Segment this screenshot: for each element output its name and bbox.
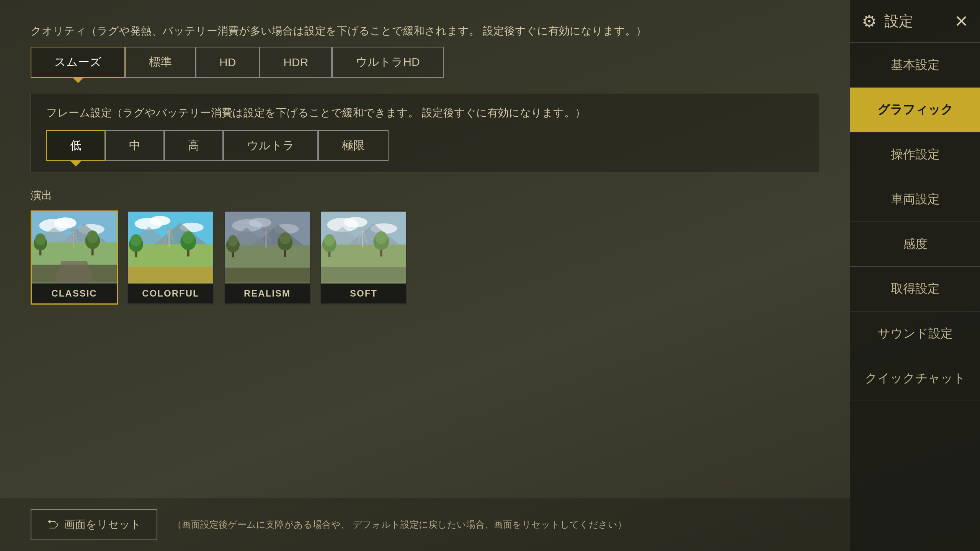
sidebar-title-group: ⚙ 設定 — [862, 11, 913, 31]
reset-icon: ⮌ — [47, 518, 58, 531]
svg-rect-50 — [265, 229, 267, 248]
frame-extreme-btn[interactable]: 極限 — [318, 130, 389, 161]
realism-card-label: REALISM — [225, 284, 310, 303]
svg-point-38 — [182, 231, 194, 244]
close-button[interactable]: ✕ — [954, 13, 969, 30]
colorful-card-label: COLORFUL — [128, 284, 213, 303]
nav-item-basic[interactable]: 基本設定 — [850, 43, 980, 88]
svg-point-56 — [279, 232, 291, 244]
frame-description: フレーム設定（ラグやバッテリー消費は設定を下げることで緩和できます。 設定後すぐ… — [46, 105, 804, 121]
svg-point-4 — [54, 217, 76, 228]
svg-rect-59 — [321, 267, 406, 283]
svg-point-19 — [87, 230, 98, 243]
nav-item-controls[interactable]: 操作設定 — [850, 132, 980, 177]
svg-rect-11 — [73, 229, 74, 248]
gear-icon: ⚙ — [862, 11, 877, 31]
svg-rect-23 — [128, 267, 213, 283]
quality-standard-btn[interactable]: 標準 — [125, 47, 196, 78]
svg-point-31 — [131, 234, 142, 246]
soft-scene-image — [321, 212, 406, 284]
quality-section: クオリティ（ラグや発熱、バッテリー消費が多い場合は設定を下げることで緩和されます… — [31, 23, 819, 78]
svg-point-61 — [343, 217, 367, 227]
quality-button-group: スムーズ 標準 HD HDR ウルトラHD — [31, 47, 819, 78]
frame-low-btn[interactable]: 低 — [46, 130, 105, 161]
nav-item-graphics[interactable]: グラフィック — [850, 88, 980, 132]
frame-mid-btn[interactable]: 中 — [105, 130, 164, 161]
svg-point-10 — [35, 233, 46, 245]
reset-button[interactable]: ⮌ 画面をリセット — [31, 509, 157, 540]
svg-rect-68 — [362, 228, 363, 247]
sidebar-nav: 基本設定 グラフィック 操作設定 車両設定 感度 取得設定 サウンド設定 クイッ… — [850, 43, 980, 551]
svg-point-67 — [324, 234, 335, 246]
nav-item-sound[interactable]: サウンド設定 — [850, 311, 980, 356]
colorful-scene-image — [128, 212, 213, 284]
svg-rect-32 — [168, 228, 170, 247]
frame-high-btn[interactable]: 高 — [164, 130, 223, 161]
style-cards: CLASSIC — [31, 210, 819, 305]
svg-point-25 — [150, 216, 171, 225]
quality-hd-btn[interactable]: HD — [196, 47, 260, 78]
frame-button-group: 低 中 高 ウルトラ 極限 — [46, 130, 804, 161]
style-card-realism[interactable]: REALISM — [224, 210, 311, 305]
soft-card-label: SOFT — [321, 284, 406, 303]
classic-card-label: CLASSIC — [32, 284, 117, 303]
realism-scene-image — [225, 212, 310, 284]
classic-scene-image — [32, 212, 117, 284]
nav-item-pickup[interactable]: 取得設定 — [850, 267, 980, 311]
svg-point-43 — [249, 218, 271, 227]
style-card-classic[interactable]: CLASSIC — [31, 210, 118, 305]
quality-smooth-btn[interactable]: スムーズ — [31, 47, 125, 78]
frame-ultra-btn[interactable]: ウルトラ — [223, 130, 318, 161]
nav-item-sensitivity[interactable]: 感度 — [850, 222, 980, 267]
nav-item-quickchat[interactable]: クイックチャット — [850, 356, 980, 401]
svg-rect-41 — [225, 268, 310, 283]
bottom-bar: ⮌ 画面をリセット （画面設定後ゲームに支障がある場合や、 デフォルト設定に戻し… — [0, 498, 850, 551]
frame-section: フレーム設定（ラグやバッテリー消費は設定を下げることで緩和できます。 設定後すぐ… — [31, 93, 819, 173]
main-content: クオリティ（ラグや発熱、バッテリー消費が多い場合は設定を下げることで緩和されます… — [0, 0, 850, 551]
quality-ultrahd-btn[interactable]: ウルトラHD — [332, 47, 443, 78]
svg-point-49 — [228, 235, 238, 246]
reset-button-label: 画面をリセット — [64, 517, 141, 532]
style-card-colorful[interactable]: COLORFUL — [127, 210, 214, 305]
reset-note: （画面設定後ゲームに支障がある場合や、 デフォルト設定に戻したい場合、画面をリセ… — [173, 518, 627, 531]
sidebar-header: ⚙ 設定 ✕ — [850, 0, 980, 43]
quality-description: クオリティ（ラグや発熱、バッテリー消費が多い場合は設定を下げることで緩和されます… — [31, 23, 819, 39]
style-card-soft[interactable]: SOFT — [320, 210, 407, 305]
svg-point-74 — [375, 231, 387, 244]
style-label: 演出 — [31, 188, 819, 203]
style-section: 演出 — [31, 188, 819, 305]
nav-item-vehicle[interactable]: 車両設定 — [850, 177, 980, 222]
sidebar: ⚙ 設定 ✕ 基本設定 グラフィック 操作設定 車両設定 感度 取得設定 サウン… — [850, 0, 980, 551]
sidebar-title: 設定 — [884, 11, 913, 31]
quality-hdr-btn[interactable]: HDR — [260, 47, 332, 78]
